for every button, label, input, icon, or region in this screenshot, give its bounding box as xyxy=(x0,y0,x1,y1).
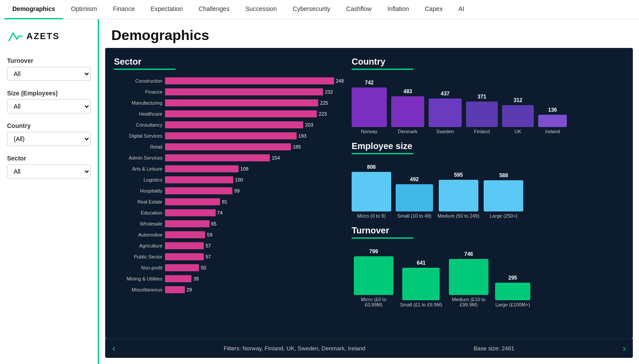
sector-bar-fill xyxy=(165,176,233,183)
sector-bar-row: Real Estate81 xyxy=(114,197,334,207)
sector-bar-container: 29 xyxy=(165,286,334,293)
turnover-title: Turnover xyxy=(352,226,624,236)
sector-bar-row: Retail185 xyxy=(114,142,334,152)
country-block-name: Ireland xyxy=(545,129,560,134)
country-title: Country xyxy=(352,57,624,67)
sector-bar-row: Finance232 xyxy=(114,87,334,97)
page-title: Demographics xyxy=(99,19,639,48)
sector-bar-value: 225 xyxy=(320,99,347,106)
nav-item-inflation[interactable]: Inflation xyxy=(379,0,417,19)
sector-bar-fill xyxy=(165,209,216,216)
sector-bar-fill xyxy=(165,264,199,271)
sector-bar-container: 100 xyxy=(165,176,334,183)
sector-bar-label: Finance xyxy=(114,89,162,95)
country-section: Country 742Norway483Denmark437Sweden371F… xyxy=(352,57,624,134)
sidebar: AZETS Turnover All Micro (£0 to £0.99M) … xyxy=(0,19,99,364)
sector-bar-container: 248 xyxy=(165,77,334,84)
country-block-value: 742 xyxy=(365,80,374,86)
country-block: 437Sweden xyxy=(429,91,462,134)
sector-bar-fill xyxy=(165,121,303,128)
sector-title: Sector xyxy=(114,57,334,67)
sector-bar-container: 99 xyxy=(165,187,334,194)
next-arrow[interactable]: › xyxy=(623,343,626,354)
base-size: Base size: 2481 xyxy=(474,345,514,352)
nav-item-optimism[interactable]: Optimism xyxy=(63,0,105,19)
sector-bar-container: 50 xyxy=(165,264,334,271)
sector-bar-fill xyxy=(165,231,205,238)
country-block-rect xyxy=(538,115,567,127)
employee-underline xyxy=(352,153,413,154)
sector-bar-container: 223 xyxy=(165,110,334,117)
turnover-select[interactable]: All Micro (£0 to £0.99M) Small (£1 to £9… xyxy=(7,67,91,81)
top-navigation: Demographics Optimism Finance Expectatio… xyxy=(0,0,639,19)
country-block: 742Norway xyxy=(352,80,387,134)
sector-bar-fill xyxy=(165,187,232,194)
employee-block-rect xyxy=(484,180,523,211)
employee-block: 595Medium (50 to 249) xyxy=(437,172,479,218)
employee-block-rect xyxy=(439,180,478,211)
sector-bar-label: Mining & Utilities xyxy=(114,276,162,281)
sector-label: Sector xyxy=(7,155,91,162)
sector-bar-value: 39 xyxy=(193,275,347,282)
prev-arrow[interactable]: ‹ xyxy=(112,343,115,354)
nav-item-demographics[interactable]: Demographics xyxy=(4,0,63,19)
sector-bar-container: 81 xyxy=(165,198,334,205)
nav-item-finance[interactable]: Finance xyxy=(105,0,143,19)
sector-bar-value: 74 xyxy=(217,209,347,216)
sector-bar-label: Manufacturing xyxy=(114,100,162,106)
sector-bar-row: Mining & Utilities39 xyxy=(114,274,334,284)
nav-item-challenges[interactable]: Challenges xyxy=(191,0,237,19)
sector-bar-fill xyxy=(165,132,297,139)
employee-chart: 806Micro (0 to 9)492Small (10 to 49)595M… xyxy=(352,164,624,218)
sector-bar-container: 225 xyxy=(165,99,334,106)
sector-bar-label: Logistics xyxy=(114,177,162,182)
turnover-block-name: Medium (£10 to £99.9M) xyxy=(447,297,491,307)
sector-bar-fill xyxy=(165,220,209,227)
turnover-block-value: 799 xyxy=(369,248,378,255)
turnover-block-name: Small (£1 to £9.9M) xyxy=(400,302,442,307)
filter-text: Filters: Norway, Finland, UK, Sweden, De… xyxy=(224,345,365,352)
employee-section: Employee size 806Micro (0 to 9)492Small … xyxy=(352,141,624,218)
turnover-block: 295Large (£100M+) xyxy=(495,275,530,307)
country-block-value: 437 xyxy=(441,91,449,97)
sector-underline xyxy=(114,69,176,70)
nav-item-succession[interactable]: Succession xyxy=(237,0,285,19)
employee-block: 492Small (10 to 49) xyxy=(396,176,433,218)
sector-filter: Sector All Construction Finance Manufact… xyxy=(7,155,91,178)
sector-bar-container: 65 xyxy=(165,220,334,227)
sector-bar-fill xyxy=(165,77,334,84)
nav-item-cybersecurity[interactable]: Cybersecurity xyxy=(285,0,338,19)
country-block: 371Finland xyxy=(466,94,498,134)
sector-bar-container: 74 xyxy=(165,209,334,216)
size-select[interactable]: All Micro (0 to 9) Small (10 to 49) Medi… xyxy=(7,99,91,113)
logo-area: AZETS xyxy=(7,28,91,44)
sector-bar-row: Public Sector57 xyxy=(114,252,334,262)
sector-bar-fill xyxy=(165,154,270,161)
sector-select[interactable]: All Construction Finance Manufacturing xyxy=(7,164,91,178)
sector-bar-container: 57 xyxy=(165,242,334,249)
employee-block: 588Large (250+) xyxy=(484,172,523,218)
sector-bar-row: Arts & Leisure108 xyxy=(114,164,334,174)
country-select[interactable]: (All) Norway Denmark Sweden Finland UK I… xyxy=(7,132,91,146)
nav-item-capex[interactable]: Capex xyxy=(417,0,450,19)
sector-bar-value: 185 xyxy=(293,143,347,150)
turnover-underline xyxy=(352,237,413,239)
sector-bar-value: 108 xyxy=(240,165,347,172)
sector-bar-fill xyxy=(165,275,191,282)
turnover-chart: 799Micro (£0 to £0.99M)641Small (£1 to £… xyxy=(352,248,624,307)
sector-bar-row: Consultancy203 xyxy=(114,120,334,130)
sector-bar-row: Non-profit50 xyxy=(114,263,334,273)
country-block-value: 483 xyxy=(403,88,412,95)
turnover-block: 641Small (£1 to £9.9M) xyxy=(400,260,442,307)
sector-bar-value: 193 xyxy=(298,132,347,139)
employee-block-value: 492 xyxy=(410,176,419,182)
nav-item-ai[interactable]: AI xyxy=(451,0,472,19)
turnover-section: Turnover 799Micro (£0 to £0.99M)641Small… xyxy=(352,226,624,307)
sector-bar-row: Healthcare223 xyxy=(114,109,334,119)
employee-block-value: 806 xyxy=(367,164,376,170)
sector-bar-label: Automotive xyxy=(114,232,162,237)
nav-item-expectation[interactable]: Expectation xyxy=(143,0,191,19)
turnover-block-name: Large (£100M+) xyxy=(496,302,530,307)
sector-bar-label: Wholesale xyxy=(114,221,162,226)
nav-item-cashflow[interactable]: Cashflow xyxy=(338,0,380,19)
